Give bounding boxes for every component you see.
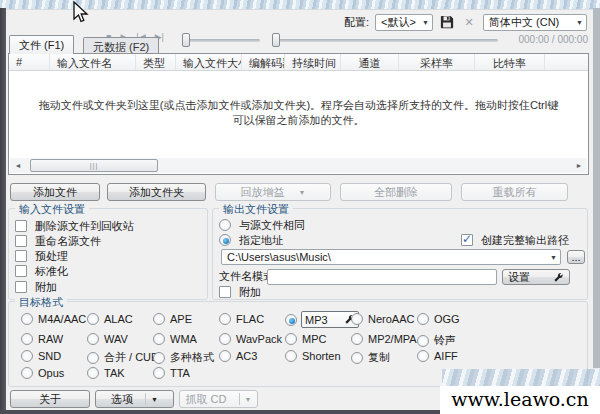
column-header-filesize[interactable]: 输入文件大小 <box>176 54 242 70</box>
format-option-multi-format[interactable]: 多种格式 <box>153 350 214 365</box>
add-file-button[interactable]: 添加文件 <box>10 183 100 201</box>
format-option-neroaac[interactable]: NeroAAC <box>351 313 414 325</box>
chevron-down-icon: ▼ <box>576 19 583 26</box>
format-option-flac[interactable]: FLAC <box>219 313 264 325</box>
horizontal-scrollbar[interactable]: ◄ ||| ► <box>10 158 587 173</box>
format-option-mp2-mpa[interactable]: MP2/MPA <box>351 333 417 345</box>
checkbox-row-recycle[interactable]: 删除源文件到回收站 <box>15 219 134 234</box>
checkbox-row-append[interactable]: 附加 <box>15 280 57 295</box>
hint-line-1: 拖动文件或文件夹到这里(或点击添加文件或添加文件夹)。程序会自动选择所支持的文件… <box>9 98 588 113</box>
preprocess-checkbox[interactable] <box>15 250 27 262</box>
radio-row-custom-path[interactable]: 指定地址 <box>219 233 283 248</box>
column-header-type[interactable]: 类型 <box>136 54 176 70</box>
config-toolbar: 配置: <默认> ▼ ✕ 简体中文 (CN) ▼ <box>344 13 587 31</box>
output-settings-group: 输出文件设置 与源文件相同 指定地址 创建完整输出路径 C:\Users\asu… <box>212 208 588 300</box>
format-option-ogg[interactable]: OGG <box>417 313 460 325</box>
output-path-value: C:\Users\asus\Music\ <box>227 251 331 263</box>
format-option-m4a-aac[interactable]: M4A/AAC <box>21 313 86 325</box>
filename-pattern-input[interactable] <box>267 269 497 285</box>
scroll-left-arrow-icon[interactable]: ◄ <box>10 158 26 173</box>
format-option-copy[interactable]: 复制 <box>351 350 390 365</box>
checkbox-row-append-output[interactable]: 附加 <box>219 285 261 300</box>
delete-profile-button[interactable]: ✕ <box>461 14 477 30</box>
format-option-wav[interactable]: WAV <box>87 333 128 345</box>
create-full-path-checkbox[interactable] <box>461 234 473 246</box>
format-option-ac3[interactable]: AC3 <box>219 350 257 362</box>
mp3-radio[interactable] <box>285 314 297 326</box>
format-option-opus[interactable]: Opus <box>21 367 64 379</box>
scrollbar-thumb[interactable]: ||| <box>30 159 158 172</box>
normalize-checkbox[interactable] <box>15 265 27 277</box>
append-output-checkbox[interactable] <box>219 286 231 298</box>
column-header-index[interactable]: # <box>9 54 50 70</box>
action-button-row: 添加文件 添加文件夹 回放增益 ▼ 全部删除 重载所有 <box>6 183 593 201</box>
format-option-snd[interactable]: SND <box>21 350 61 362</box>
config-preset-value: <默认> <box>381 15 416 30</box>
about-button[interactable]: 关于 <box>10 390 90 408</box>
browse-folder-button[interactable]: ... <box>567 250 585 264</box>
format-option-alac[interactable]: ALAC <box>87 313 133 325</box>
button-divider <box>239 393 240 405</box>
wrench-icon <box>553 272 564 283</box>
format-option-merge-cue[interactable]: 合并 / CUE <box>87 350 158 365</box>
chevron-down-icon: ▼ <box>550 254 557 261</box>
tab-files[interactable]: 文件 (F1) <box>9 35 74 54</box>
save-profile-button[interactable] <box>439 14 455 30</box>
tab-metadata[interactable]: 元数据 (F2) <box>83 37 159 54</box>
add-folder-button[interactable]: 添加文件夹 <box>107 183 206 201</box>
column-header-bitrate[interactable]: 比特率 <box>475 54 545 70</box>
format-option-wavpack[interactable]: WavPack <box>219 333 282 345</box>
column-header-codec[interactable]: 编解码器 <box>242 54 285 70</box>
chevron-down-icon: ▼ <box>299 189 306 196</box>
target-format-title: 目标格式 <box>15 295 67 310</box>
format-option-tta[interactable]: TTA <box>153 367 190 379</box>
config-label: 配置: <box>344 15 369 30</box>
chevron-down-icon: ▼ <box>422 19 429 26</box>
append-input-checkbox[interactable] <box>15 281 27 293</box>
checkbox-row-preprocess[interactable]: 预处理 <box>15 249 68 264</box>
volume-slider-thumb[interactable] <box>182 33 190 47</box>
column-header-channels[interactable]: 通道 <box>341 54 399 70</box>
checkbox-row-create-path[interactable]: 创建完整输出路径 <box>461 233 569 248</box>
scroll-right-arrow-icon[interactable]: ► <box>571 158 587 173</box>
column-header-samplerate[interactable]: 采样率 <box>399 54 475 70</box>
seek-slider[interactable] <box>272 39 498 42</box>
recycle-checkbox[interactable] <box>15 220 27 232</box>
input-settings-group: 输入文件设置 删除源文件到回收站 重命名源文件 预处理 标准化 附加 <box>8 208 208 300</box>
scrollbar-track[interactable]: ||| <box>26 158 571 173</box>
window-border-bottom <box>0 410 442 414</box>
format-option-raw[interactable]: RAW <box>21 333 63 345</box>
reload-all-button[interactable]: 重载所有 <box>461 183 568 201</box>
replaygain-button[interactable]: 回放增益 ▼ <box>215 183 331 201</box>
same-as-source-radio[interactable] <box>219 219 231 231</box>
format-option-tak[interactable]: TAK <box>87 367 125 379</box>
format-option-mp3[interactable]: MP3 <box>285 311 359 328</box>
custom-path-radio[interactable] <box>219 234 231 246</box>
time-display: 000:00 / 000:00 <box>504 34 588 45</box>
chevron-down-icon: ▼ <box>151 396 158 403</box>
format-option-wma[interactable]: WMA <box>153 333 197 345</box>
input-settings-title: 输入文件设置 <box>15 202 89 217</box>
volume-slider[interactable] <box>182 39 260 42</box>
button-divider <box>145 393 146 405</box>
delete-all-button[interactable]: 全部删除 <box>340 183 452 201</box>
checkbox-row-normalize[interactable]: 标准化 <box>15 264 68 279</box>
seek-slider-thumb[interactable] <box>272 33 280 47</box>
file-list-table: # 输入文件名 类型 输入文件大小 编解码器 持续时间 通道 采样率 比特率 拖… <box>8 53 589 175</box>
pattern-settings-button[interactable]: 设置 <box>502 269 570 285</box>
output-path-dropdown[interactable]: C:\Users\asus\Music\ ▼ <box>221 249 561 265</box>
column-header-duration[interactable]: 持续时间 <box>285 54 341 70</box>
rename-source-checkbox[interactable] <box>15 235 27 247</box>
format-option-mpc[interactable]: MPC <box>285 333 326 345</box>
options-button[interactable]: 选项 ▼ <box>95 390 174 408</box>
rip-cd-button[interactable]: 抓取 CD ▼ <box>179 390 258 408</box>
config-preset-dropdown[interactable]: <默认> ▼ <box>375 14 433 31</box>
format-option-shorten[interactable]: Shorten <box>285 350 341 362</box>
format-option-ringtone[interactable]: 铃声 <box>417 333 456 348</box>
format-option-ape[interactable]: APE <box>153 313 192 325</box>
language-dropdown[interactable]: 简体中文 (CN) ▼ <box>483 14 587 31</box>
format-option-aiff[interactable]: AIFF <box>417 350 458 362</box>
radio-row-same-as-source[interactable]: 与源文件相同 <box>219 218 305 233</box>
column-header-filename[interactable]: 输入文件名 <box>50 54 136 70</box>
checkbox-row-rename[interactable]: 重命名源文件 <box>15 234 101 249</box>
